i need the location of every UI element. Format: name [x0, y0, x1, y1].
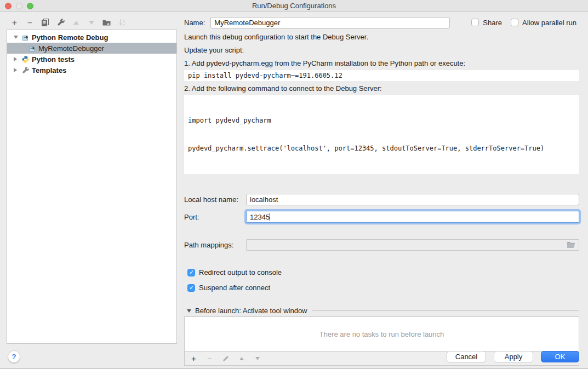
help-button[interactable]: ? — [8, 350, 20, 363]
chevron-down-icon[interactable] — [14, 36, 20, 39]
move-task-down-icon[interactable] — [254, 355, 261, 362]
configurations-toolbar: + − az — [10, 18, 126, 27]
add-configuration-button[interactable]: + — [10, 19, 19, 27]
share-label: Share — [483, 19, 502, 27]
sort-alphabetically-icon[interactable]: az — [118, 19, 126, 27]
svg-text:z: z — [123, 23, 125, 27]
before-launch-title: Before launch: Activate tool window — [195, 307, 307, 315]
edit-task-pencil-icon[interactable] — [222, 355, 229, 362]
traffic-lights — [5, 3, 33, 9]
name-input[interactable] — [210, 17, 450, 28]
remote-debug-icon — [28, 44, 36, 52]
chevron-right-icon[interactable] — [14, 68, 20, 72]
copy-configuration-icon[interactable] — [41, 19, 49, 27]
window-title: Run/Debug Configurations — [0, 0, 588, 11]
settrace-code-block: import pydevd_pycharm pydevd_pycharm.set… — [184, 95, 579, 174]
tree-item-templates[interactable]: Templates — [7, 65, 176, 76]
suspend-after-connect-row: Suspend after connect — [187, 284, 579, 292]
tree-item-label: Templates — [32, 66, 66, 74]
pip-install-code: pip install pydevd-pycharm~=191.6605.12 — [184, 70, 579, 81]
port-label: Port: — [184, 213, 246, 221]
add-task-button[interactable]: + — [190, 355, 197, 362]
redirect-output-checkbox[interactable] — [187, 269, 195, 276]
tree-item-label: Python Remote Debug — [32, 33, 108, 42]
instruction-step1: 1. Add pydevd-pycharm.egg from the PyCha… — [184, 59, 579, 68]
configuration-editor: Name: Share Allow parallel run Launch th… — [184, 16, 579, 369]
svg-text:a: a — [123, 19, 125, 23]
suspend-after-connect-label: Suspend after connect — [199, 284, 270, 292]
settrace-code-line1: import pydevd_pycharm — [188, 116, 575, 125]
local-host-input[interactable] — [246, 194, 579, 205]
apply-button[interactable]: Apply — [494, 351, 533, 362]
port-row: Port: 12345 — [184, 211, 579, 223]
tree-item-myremotedebugger[interactable]: MyRemoteDebugger — [7, 43, 176, 54]
move-task-up-icon[interactable] — [238, 355, 245, 362]
tree-item-python-tests[interactable]: Python tests — [7, 54, 176, 65]
empty-task-message: There are no tasks to run before launch — [319, 330, 444, 338]
new-folder-icon[interactable] — [102, 19, 111, 27]
move-down-icon[interactable] — [87, 19, 95, 27]
cancel-button[interactable]: Cancel — [447, 351, 486, 362]
name-label: Name: — [184, 19, 205, 27]
titlebar: Run/Debug Configurations — [0, 0, 588, 12]
remove-task-button[interactable]: − — [206, 355, 213, 362]
path-mappings-row: Path mappings: — [184, 239, 579, 251]
redirect-output-label: Redirect output to console — [199, 268, 282, 276]
path-mappings-input[interactable] — [246, 239, 579, 251]
local-host-row: Local host name: — [184, 194, 579, 205]
before-launch-task-list: There are no tasks to run before launch — [184, 316, 579, 351]
share-checkbox[interactable] — [471, 19, 479, 26]
name-row: Name: Share Allow parallel run — [184, 16, 579, 28]
redirect-output-row: Redirect output to console — [187, 268, 579, 276]
port-value: 12345 — [250, 213, 270, 221]
local-host-label: Local host name: — [184, 195, 246, 204]
configurations-tree: Python Remote Debug MyRemoteDebugger Pyt… — [7, 30, 177, 344]
move-up-icon[interactable] — [72, 19, 80, 27]
suspend-after-connect-checkbox[interactable] — [187, 284, 195, 292]
separator-line — [312, 310, 579, 311]
port-input[interactable]: 12345 — [246, 211, 579, 223]
minimize-button[interactable] — [16, 3, 22, 9]
edit-templates-wrench-icon[interactable] — [56, 19, 65, 27]
allow-parallel-run-checkbox[interactable] — [511, 19, 518, 26]
allow-parallel-run-label: Allow parallel run — [522, 19, 576, 27]
run-debug-configurations-dialog: Run/Debug Configurations + − az Python R… — [0, 0, 588, 369]
chevron-right-icon[interactable] — [14, 57, 20, 61]
connection-settings: Local host name: Port: 12345 Path mappin… — [184, 194, 579, 251]
remove-configuration-button[interactable]: − — [26, 19, 34, 27]
tree-item-label: MyRemoteDebugger — [38, 44, 104, 53]
python-icon — [21, 55, 29, 63]
path-mappings-label: Path mappings: — [184, 241, 246, 249]
path-mappings-field-wrap — [246, 239, 579, 251]
instruction-intro: Launch this debug configuration to start… — [184, 33, 579, 42]
before-launch-header[interactable]: Before launch: Activate tool window — [187, 307, 579, 315]
tree-item-python-remote-debug[interactable]: Python Remote Debug — [7, 32, 176, 43]
close-button[interactable] — [5, 3, 12, 9]
text-caret — [270, 213, 270, 221]
chevron-down-icon[interactable] — [187, 309, 191, 313]
remote-debug-icon — [21, 33, 29, 41]
zoom-button[interactable] — [27, 3, 33, 9]
instruction-update: Update your script: — [184, 46, 579, 55]
browse-folder-icon[interactable] — [567, 241, 575, 249]
dialog-buttons: Cancel Apply OK — [447, 351, 579, 362]
settrace-code-line2: pydevd_pycharm.settrace('localhost', por… — [188, 144, 575, 153]
wrench-icon — [21, 66, 29, 74]
ok-button[interactable]: OK — [541, 351, 579, 362]
tree-item-label: Python tests — [32, 55, 75, 64]
instruction-step2: 2. Add the following command to connect … — [184, 84, 579, 93]
